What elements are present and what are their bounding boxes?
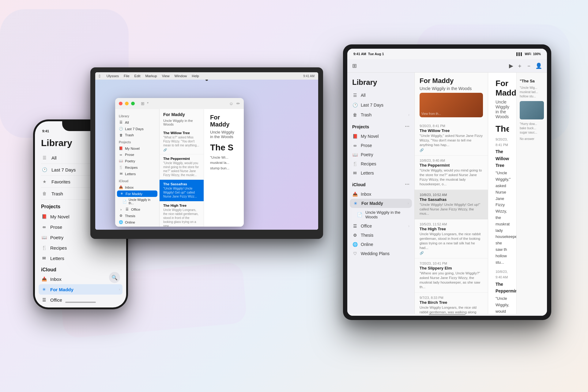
maximize-button[interactable] [131,102,135,105]
iphone-project-poetry-label: Poetry [50,235,63,240]
macbook-menu-view[interactable]: View [162,74,170,78]
iphone-nav-last7-label: Last 7 Days [51,167,76,172]
sheet-title: The Sassafras [163,182,200,186]
ipad-nav-all-label: All [361,93,366,98]
formaddy-chevron-icon: › [119,287,120,292]
ipad-nav-last7[interactable]: 🕐 Last 7 Days [347,100,414,110]
sheet-sassafras[interactable]: The Sassafras "Uncle Wiggily! Uncle Wigg… [160,180,204,201]
sheet-willow-tree[interactable]: The Willow Tree "What is?" asked Miss Fi… [160,129,204,154]
iphone-icloud-formaddy[interactable]: ✳ For Maddy › [39,284,123,295]
iphone-nav-all-label: All [51,155,57,160]
sidebar-prose-label: Prose [125,153,134,156]
macbook-menu-ulysses[interactable]: Ulysses [107,74,119,78]
editor-subtitle: Uncle Wiggily in the Woods [210,130,238,139]
editor-body: "Uncle Wi...muskrat la...stump bun... [210,155,238,171]
ipad-sheet-sassafras[interactable]: 10/8/23, 10:52 AM The Sassafras "Uncle W… [415,190,488,220]
macbook-menu-file[interactable]: File [124,74,130,78]
sheet-high-tree[interactable]: The High Tree Uncle Wiggily Longears, th… [160,201,204,227]
ipad-wifi-icon: WiFi [525,52,531,56]
ulysses-editor[interactable]: For Maddy Uncle Wiggily in the Woods The… [204,109,244,227]
iphone-search-button[interactable]: 🔍 [109,272,120,283]
ipad-sheet-slippery-elm[interactable]: 7/20/23, 10:41 PM The Slippery Elm "Wher… [415,258,488,293]
inbox-icon: 📥 [119,185,123,189]
sidebar-letters[interactable]: ✉ Letters [115,171,159,177]
sheet-title: The High Tree [163,204,200,207]
ipad-sheet-high-tree[interactable]: 10/5/23, 11:52 AM The High Tree Uncle Wi… [415,219,488,258]
ipad-icloud-wedding[interactable]: ♡ Wedding Plans [347,249,414,258]
ipad-icloud-online[interactable]: 🌐 Online [347,240,414,249]
macbook-menu-markup[interactable]: Markup [145,74,157,78]
macbook-menu-edit[interactable]: Edit [134,74,141,78]
iphone-icloud-inbox[interactable]: 📥 Inbox [41,274,120,284]
sidebar-toggle-icon[interactable]: ⊞ [352,62,357,69]
sidebar-prose[interactable]: ∞ Prose [115,152,159,158]
sidebar-trash-label: Trash [125,133,134,137]
ipad-project-recipes[interactable]: 🍴 Recipes [347,159,414,168]
ipad-icloud-office[interactable]: ☰ Office › [347,221,414,231]
ipad-sheet-birch-tree[interactable]: 9/7/23, 8:33 PM The Birch Tree Uncle Wig… [415,293,488,314]
sidebar-inbox[interactable]: 📥 Inbox [115,184,159,190]
ipad-project-prose[interactable]: ∞ Prose [347,141,414,150]
icloud-more-icon[interactable]: ··· [405,181,409,188]
right-panel-no-answer: No answer [520,137,544,141]
ipad-editor[interactable]: For Maddy Uncle Wiggily in the Woods The… [488,73,516,314]
minus-icon[interactable]: － [526,62,532,70]
ipad-icloud-wedding-label: Wedding Plans [361,251,390,256]
account-icon[interactable]: 👤 [535,62,542,69]
right-panel-image [520,101,544,119]
sidebar-wedding[interactable]: ♡ Wedding Plans [115,225,159,227]
close-button[interactable] [119,102,123,105]
mynovel-icon: 📕 [352,134,358,139]
sidebar-last7[interactable]: 🕐 Last 7 Days [115,126,159,132]
sidebar-projects-header: Projects [115,138,159,145]
ipad-icloud-uncle[interactable]: 📄 Uncle Wiggily in the Woods [347,208,414,221]
sidebar-all[interactable]: ☰ All [115,119,159,126]
ipad-sheet-list: For Maddy Uncle Wiggily in the Woods Vie… [415,73,488,314]
ipad-content: Library ☰ All 🕐 Last 7 Days 🗑 Trash › [347,73,547,314]
sidebar-thesis[interactable]: ⚙ Thesis [115,213,159,219]
sidebar-formaddy[interactable]: ✳ For Maddy [117,190,157,197]
ipad-project-mynovel[interactable]: 📕 My Novel [347,132,414,141]
ipad-icloud-thesis[interactable]: ⚙ Thesis [347,231,414,240]
share-icon[interactable]: ☺ [229,101,233,106]
sidebar-toggle-icon[interactable]: ⊞ ▾ [141,101,149,106]
ipad-project-letters[interactable]: ✉ Letters [347,168,414,178]
ipad-icloud-inbox-label: Inbox [361,192,371,197]
ipad-project-recipes-label: Recipes [361,161,376,166]
add-icon[interactable]: ＋ [517,62,522,70]
letters-icon: ✉ [352,171,358,175]
iphone-project-letters[interactable]: ✉ Letters [41,253,120,263]
sidebar-icloud-header: iCloud [115,177,159,184]
macbook-menu-window[interactable]: Window [174,74,187,78]
ipad-projects-header: Projects ··· [347,120,414,132]
ipad-project-poetry[interactable]: 📖 Poetry [347,150,414,159]
ipad-icloud-formaddy[interactable]: ✳ For Maddy › [350,199,412,208]
ipad-sheet-willow[interactable]: 9/20/23, 8:41 PM The Willow Tree "Uncle … [415,121,488,156]
sidebar-office[interactable]: › ☰ Office [115,206,159,213]
compose-icon[interactable]: ✏ [236,101,240,106]
sheet-date: 10/8/23, 9:40 AM [420,159,483,162]
ipad-sheet-peppermint[interactable]: 10/8/23, 9:40 AM The Peppermint "Uncle W… [415,156,488,190]
ipad-icloud-inbox[interactable]: 📥 Inbox [347,190,414,199]
doc-icon: 📄 [123,200,127,204]
sidebar-recipes[interactable]: 🍴 Recipes [115,164,159,171]
sidebar-trash[interactable]: 🗑 Trash [115,132,159,138]
sidebar-mynovel[interactable]: 📕 My Novel [115,145,159,152]
macbook-menu-help[interactable]: Help [192,74,199,78]
sheet-peppermint[interactable]: The Peppermint "Uncle Wiggily, would you… [160,154,204,180]
sheet-preview: "Uncle Wiggily, would you mind going to … [420,168,483,187]
iphone-project-recipes[interactable]: 🍴 Recipes [41,243,120,253]
minimize-button[interactable] [125,102,129,105]
sheet-date: 10/5/23, 11:52 AM [420,222,483,226]
sidebar-poetry[interactable]: 📖 Poetry [115,158,159,164]
iphone-icloud-formaddy-label: For Maddy [50,287,74,292]
sidebar-uncle-wiggily[interactable]: 📄 Uncle Wiggily in th... [115,197,159,206]
play-icon[interactable]: ▶ [509,62,513,69]
iphone-project-recipes-label: Recipes [50,245,67,251]
sheet-date: 9/7/23, 8:33 PM [420,296,483,300]
projects-more-icon[interactable]: ··· [405,123,409,130]
ipad-nav-trash[interactable]: 🗑 Trash › [347,110,414,120]
sidebar-online[interactable]: 🌐 Online [115,219,159,225]
prose-icon: ∞ [119,153,123,156]
ipad-nav-all[interactable]: ☰ All [347,90,414,100]
